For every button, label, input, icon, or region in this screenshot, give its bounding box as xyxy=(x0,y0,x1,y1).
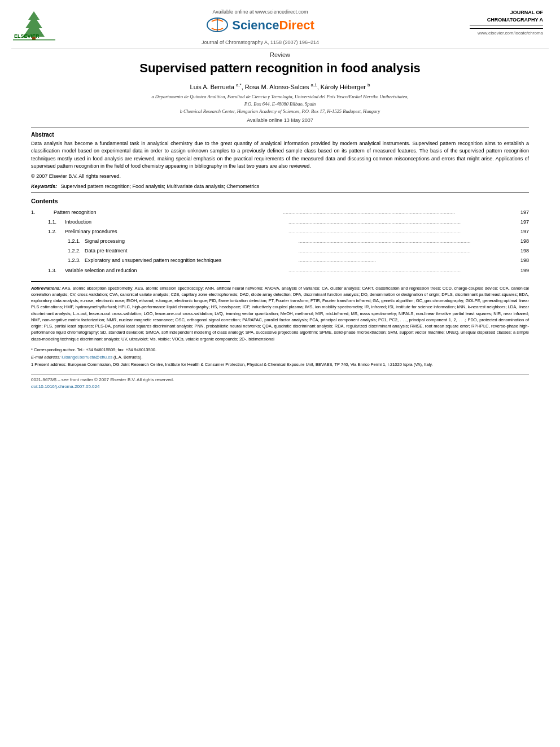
issn-line: 0021-9673/$ – see front matter © 2007 El… xyxy=(31,377,174,383)
available-online-text: Available online at www.sciencedirect.co… xyxy=(213,9,308,15)
abstract-top-divider xyxy=(31,128,529,128)
toc-page-1-2: 197 xyxy=(509,227,529,237)
toc-title-1-1: Introduction xyxy=(65,217,287,227)
abstract-heading: Abstract xyxy=(31,132,529,138)
sciencedirect-text: ScienceDirect xyxy=(232,18,314,33)
available-online-date: Available online 13 May 2007 xyxy=(31,117,529,123)
affiliations: a Departamento de Química Analítica, Fac… xyxy=(31,93,529,115)
keywords-label: Keywords: xyxy=(31,184,57,189)
journal-website: www.elsevier.com/locate/chroma xyxy=(478,30,543,36)
footer-notes: * Corresponding author. Tel.: +34 946015… xyxy=(31,347,529,368)
copyright: © 2007 Elsevier B.V. All rights reserved… xyxy=(31,173,529,181)
toc-num-1-3: 1.3. xyxy=(48,266,65,276)
journal-divider-2 xyxy=(470,28,543,29)
toc-title-1-2: Preliminary procedures xyxy=(65,227,287,237)
keywords-divider xyxy=(31,193,529,193)
toc-title-1: Pattern recognition xyxy=(54,208,282,217)
svg-marker-2 xyxy=(23,11,45,37)
toc-page-1-2-1: 198 xyxy=(509,237,529,246)
journal-of-chrom-title: JOURNAL OFCHROMATOGRAPHY A xyxy=(487,9,543,23)
toc-num-1-2-2: 1.2.2. xyxy=(68,246,85,256)
article-title: Supervised pattern recognition in food a… xyxy=(31,60,529,77)
toc-num-1-2-3: 1.2.3. xyxy=(68,256,85,265)
email-address: E-mail address: luisangel.berrueta@ehu.e… xyxy=(31,354,529,360)
elsevier-logo: ELSEVIER xyxy=(11,7,56,43)
toc-page-1: 197 xyxy=(509,208,529,217)
toc-item-1-3: 1.3. Variable selection and reduction ..… xyxy=(31,266,529,276)
toc-title-1-3: Variable selection and reduction xyxy=(65,266,287,276)
email-label: E-mail address: xyxy=(31,355,60,360)
toc-item-1-2-1: 1.2.1. Signal processing ...............… xyxy=(31,237,529,246)
toc-page-1-2-3: 198 xyxy=(509,256,529,265)
contents-heading: Contents xyxy=(31,198,529,204)
affil-a2: P.O. Box 644, E-48080 Bilbao, Spain xyxy=(244,101,316,107)
toc-indent-1-3 xyxy=(31,266,48,276)
toc-page-1-3: 199 xyxy=(509,266,529,276)
affil-a: a Departamento de Química Analítica, Fac… xyxy=(151,94,408,99)
toc-title-1-2-1: Signal processing xyxy=(85,237,297,246)
present-address: 1 Present address: European Commission, … xyxy=(31,361,529,368)
toc-dots-1-2-1: ........................................… xyxy=(297,237,509,246)
toc-indent-1-2 xyxy=(31,227,48,237)
journal-divider xyxy=(470,25,543,25)
page: ELSEVIER Available online at www.science… xyxy=(0,0,560,747)
page-footer: 0021-9673/$ – see front matter © 2007 El… xyxy=(31,374,529,394)
toc-num-1-2-1: 1.2.1. xyxy=(68,237,85,246)
abbrev-heading: Abbreviations: xyxy=(31,286,61,291)
toc-title-1-2-3: Exploratory and unsupervised pattern rec… xyxy=(85,256,297,265)
abbrev-text: AAS, atomic absorption spectrometry; AES… xyxy=(31,286,529,342)
footer-left: 0021-9673/$ – see front matter © 2007 El… xyxy=(31,377,174,390)
email-value: luisangel.berrueta@ehu.es xyxy=(62,355,112,360)
keywords-values: Supervised pattern recognition; Food ana… xyxy=(61,184,260,189)
sd-icon xyxy=(206,17,229,34)
header: ELSEVIER Available online at www.science… xyxy=(0,0,560,49)
abstract-section: Abstract Data analysis has become a fund… xyxy=(31,132,529,181)
doi-line: doi:10.1016/j.chroma.2007.05.024 xyxy=(31,383,174,390)
abstract-text: Data analysis has become a fundamental t… xyxy=(31,140,529,171)
toc-indent-1-2-1 xyxy=(31,237,68,246)
toc-dots-1-2-3: ........................................… xyxy=(297,256,509,265)
sciencedirect-logo: ScienceDirect xyxy=(206,17,314,34)
toc-dots-1-1: ........................................… xyxy=(287,217,510,227)
toc-num-1: 1. xyxy=(31,208,54,217)
header-center: Available online at www.sciencedirect.co… xyxy=(56,7,464,45)
toc-page-1-1: 197 xyxy=(509,217,529,227)
toc-dots-1-3: ........................................… xyxy=(287,266,510,276)
toc-dots-1-2: ........................................… xyxy=(287,227,510,237)
toc-indent-1-2-3 xyxy=(31,256,68,265)
affil-b: b Chemical Research Center, Hungarian Ac… xyxy=(180,108,380,114)
abbreviations-section: Abbreviations: AAS, atomic absorption sp… xyxy=(31,285,529,342)
toc-indent-1-1 xyxy=(31,217,48,227)
toc-dots-1-2-2: ........................................… xyxy=(297,246,509,256)
email-name: (L.A. Berrueta). xyxy=(113,355,142,360)
footnotes-divider xyxy=(31,281,230,282)
toc-item-1-2-2: 1.2.2. Data pre-treatment ..............… xyxy=(31,246,529,256)
toc-num-1-1: 1.1. xyxy=(48,217,65,227)
toc-item-1-1: 1.1. Introduction ......................… xyxy=(31,217,529,227)
header-right: JOURNAL OFCHROMATOGRAPHY A www.elsevier.… xyxy=(464,7,543,36)
contents-section: Contents 1. Pattern recognition ........… xyxy=(31,198,529,276)
main-content: Review Supervised pattern recognition in… xyxy=(0,51,560,394)
review-label: Review xyxy=(31,51,529,58)
toc-item-1-2-3: 1.2.3. Exploratory and unsupervised patt… xyxy=(31,256,529,265)
toc-title-1-2-2: Data pre-treatment xyxy=(85,246,297,256)
toc-indent-1-2-2 xyxy=(31,246,68,256)
toc-item-1-2: 1.2. Preliminary procedures ............… xyxy=(31,227,529,237)
journal-ref-line: Journal of Chromatography A, 1158 (2007)… xyxy=(202,40,319,45)
toc-num-1-2: 1.2. xyxy=(48,227,65,237)
keywords-line: Keywords: Supervised pattern recognition… xyxy=(31,184,529,189)
corresponding-author: * Corresponding author. Tel.: +34 946015… xyxy=(31,347,529,353)
toc-page-1-2-2: 198 xyxy=(509,246,529,256)
toc-dots-1: ........................................… xyxy=(282,208,510,217)
authors: Luis A. Berrueta a,*, Rosa M. Alonso-Sal… xyxy=(31,82,529,90)
header-divider xyxy=(11,49,549,49)
toc-item-1: 1. Pattern recognition .................… xyxy=(31,208,529,217)
